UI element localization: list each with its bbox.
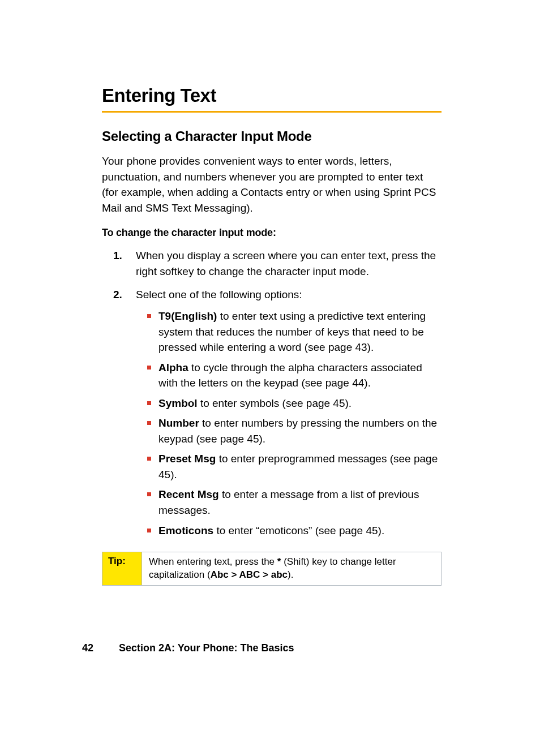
option-preset-msg: Preset Msg to enter preprogrammed messag…: [136, 451, 442, 482]
section-label: Section 2A: Your Phone: The Basics: [119, 642, 294, 654]
intro-paragraph: Your phone provides convenient ways to e…: [102, 153, 442, 216]
option-t9: T9(English) to enter text using a predic…: [136, 308, 442, 355]
option-preset-bold: Preset Msg: [158, 453, 216, 465]
option-symbol: Symbol to enter symbols (see page 45).: [136, 396, 442, 411]
heading-rule: [102, 111, 442, 113]
option-number-rest: to enter numbers by pressing the numbers…: [158, 417, 437, 445]
option-symbol-bold: Symbol: [158, 397, 198, 409]
option-alpha-rest: to cycle through the alpha characters as…: [158, 362, 422, 389]
tip-box: Tip: When entering text, press the * (Sh…: [102, 552, 442, 586]
page-footer: 42 Section 2A: Your Phone: The Basics: [82, 642, 294, 654]
tip-cycle: Abc > ABC > abc: [211, 569, 288, 580]
step-1: When you display a screen where you can …: [102, 248, 442, 279]
option-emoticons-rest: to enter “emoticons” (see page 45).: [213, 525, 384, 536]
option-symbol-rest: to enter symbols (see page 45).: [198, 397, 352, 409]
steps-list: When you display a screen where you can …: [102, 248, 442, 538]
option-alpha-bold: Alpha: [158, 362, 188, 373]
tip-text-3: ).: [288, 569, 293, 580]
option-emoticons: Emoticons to enter “emoticons” (see page…: [136, 523, 442, 539]
option-t9-bold: T9(English): [158, 310, 217, 322]
procedure-heading: To change the character input mode:: [102, 226, 442, 240]
tip-text-1: When entering text, press the: [149, 556, 277, 567]
option-number: Number to enter numbers by pressing the …: [136, 415, 442, 446]
option-recent-bold: Recent Msg: [158, 488, 219, 500]
step-2-text: Select one of the following options:: [136, 289, 302, 300]
section-heading: Selecting a Character Input Mode: [102, 128, 442, 144]
tip-body: When entering text, press the * (Shift) …: [142, 552, 441, 585]
tip-label: Tip:: [102, 552, 142, 585]
option-alpha: Alpha to cycle through the alpha charact…: [136, 360, 442, 391]
option-recent-msg: Recent Msg to enter a message from a lis…: [136, 487, 442, 518]
page-title: Entering Text: [102, 85, 442, 111]
option-emoticons-bold: Emoticons: [158, 525, 213, 536]
page-number: 42: [82, 642, 93, 654]
option-number-bold: Number: [158, 417, 199, 429]
step-2: Select one of the following options: T9(…: [102, 287, 442, 538]
options-list: T9(English) to enter text using a predic…: [136, 308, 442, 538]
page-content: Entering Text Selecting a Character Inpu…: [102, 85, 442, 586]
